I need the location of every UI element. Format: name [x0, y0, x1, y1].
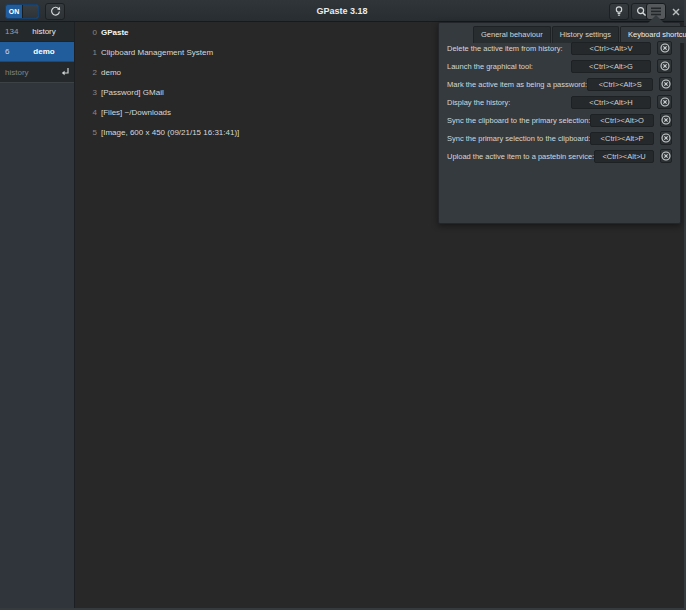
clear-shortcut-icon	[660, 39, 670, 57]
shortcut-label: Launch the graphical tool:	[447, 62, 571, 71]
switch-knob	[22, 5, 38, 18]
sidebar-item-demo[interactable]: 6 demo	[0, 42, 74, 62]
item-text: [Image, 600 x 450 (09/21/15 16:31:41)]	[101, 128, 239, 137]
clear-shortcut-button[interactable]	[657, 41, 672, 55]
sidebar-item-history[interactable]: 134 history	[0, 22, 74, 42]
item-index: 4	[88, 108, 97, 117]
clear-shortcut-button[interactable]	[659, 77, 672, 91]
shortcut-label: Sync the clipboard to the primary select…	[447, 116, 590, 125]
shortcut-label: Display the history:	[447, 98, 571, 107]
clear-shortcut-button[interactable]	[660, 113, 672, 127]
new-history-entry-row	[0, 62, 74, 83]
window-title: GPaste 3.18	[0, 0, 684, 22]
clear-shortcut-icon	[661, 111, 671, 129]
about-button[interactable]	[609, 3, 629, 20]
clear-shortcut-icon	[660, 57, 670, 75]
clear-shortcut-icon	[661, 147, 671, 165]
tracking-switch[interactable]: ON	[5, 4, 39, 19]
history-count: 6	[0, 47, 20, 56]
history-name: history	[20, 27, 74, 36]
enter-arrow-icon[interactable]	[61, 63, 70, 81]
shortcut-value-field[interactable]: <Ctrl><Alt>U	[594, 150, 654, 163]
item-index: 1	[88, 48, 97, 57]
lightbulb-icon	[614, 6, 624, 17]
shortcut-value-field[interactable]: <Ctrl><Alt>S	[587, 78, 653, 91]
clear-shortcut-icon	[661, 129, 671, 147]
history-name: demo	[20, 47, 74, 56]
shortcut-label: Sync the primary selection to the clipbo…	[447, 134, 590, 143]
clear-shortcut-icon	[660, 93, 670, 111]
clear-shortcut-button[interactable]	[660, 131, 672, 145]
item-index: 0	[88, 28, 97, 37]
close-button[interactable]	[668, 3, 684, 20]
switch-on-label: ON	[6, 5, 22, 18]
shortcut-row: Sync the primary selection to the clipbo…	[447, 131, 672, 145]
shortcut-label: Mark the active item as being a password…	[447, 80, 587, 89]
shortcut-label: Upload the active item to a pastebin ser…	[447, 152, 594, 161]
history-sidebar: 134 history 6 demo	[0, 22, 75, 608]
refresh-icon	[50, 6, 61, 17]
clear-shortcut-button[interactable]	[657, 95, 672, 109]
shortcut-row: Upload the active item to a pastebin ser…	[447, 149, 672, 163]
popover-arrow	[648, 15, 664, 23]
shortcut-value-field[interactable]: <Ctrl><Alt>O	[590, 114, 653, 127]
clear-shortcut-button[interactable]	[657, 59, 672, 73]
item-index: 3	[88, 88, 97, 97]
settings-popover: General behaviour History settings Keybo…	[438, 22, 681, 224]
headerbar: GPaste 3.18 ON	[0, 0, 684, 22]
item-index: 2	[88, 68, 97, 77]
item-text: [Password] GMail	[101, 88, 164, 97]
close-icon	[672, 8, 680, 16]
gpaste-window: GPaste 3.18 ON	[0, 0, 686, 610]
shortcut-value-field[interactable]: <Ctrl><Alt>G	[571, 60, 651, 73]
item-text: demo	[101, 68, 121, 77]
clear-shortcut-icon	[661, 75, 671, 93]
item-text: GPaste	[101, 28, 129, 37]
shortcut-row: Sync the clipboard to the primary select…	[447, 113, 672, 127]
clear-shortcut-button[interactable]	[660, 149, 672, 163]
shortcut-label: Delete the active item from history:	[447, 44, 571, 53]
new-history-input[interactable]	[5, 68, 61, 77]
shortcut-value-field[interactable]: <Ctrl><Alt>H	[571, 96, 651, 109]
shortcut-value-field[interactable]: <Ctrl><Alt>P	[590, 132, 653, 145]
item-index: 5	[88, 128, 97, 137]
shortcut-row: Delete the active item from history: <Ct…	[447, 41, 672, 55]
shortcut-value-field[interactable]: <Ctrl><Alt>V	[571, 42, 651, 55]
item-text: [Files] ~/Downloads	[101, 108, 171, 117]
search-icon	[636, 6, 647, 17]
shortcut-row: Display the history: <Ctrl><Alt>H	[447, 95, 672, 109]
history-count: 134	[0, 27, 20, 36]
item-text: Clipboard Management System	[101, 48, 213, 57]
shortcut-row: Mark the active item as being a password…	[447, 77, 672, 91]
refresh-button[interactable]	[45, 3, 65, 20]
shortcut-row: Launch the graphical tool: <Ctrl><Alt>G	[447, 59, 672, 73]
